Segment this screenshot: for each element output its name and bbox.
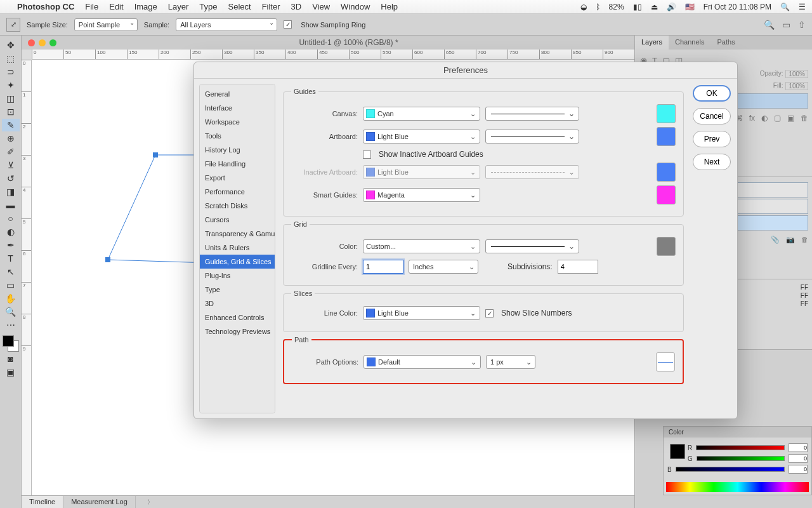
mask-icon[interactable]: ◐ xyxy=(761,114,768,123)
prefs-cat-scratch[interactable]: Scratch Disks xyxy=(200,199,275,213)
prefs-cat-tools[interactable]: Tools xyxy=(200,129,275,143)
canvas-style-select[interactable] xyxy=(485,107,579,121)
menu-filter[interactable]: Filter xyxy=(262,2,280,11)
grid-style-select[interactable] xyxy=(485,239,579,253)
minimize-icon[interactable] xyxy=(39,39,46,46)
stamp-tool[interactable]: ⊻ xyxy=(2,159,20,171)
show-ring-checkbox[interactable] xyxy=(284,20,292,29)
ruler-vertical[interactable]: 0123456789 xyxy=(22,60,32,495)
menu-file[interactable]: File xyxy=(85,2,98,11)
prefs-cat-filehandling[interactable]: File Handling xyxy=(200,157,275,171)
wifi-icon[interactable]: ◒ xyxy=(580,3,587,11)
tool-preset-icon[interactable]: ⤢ xyxy=(6,18,20,32)
prefs-cat-interface[interactable]: Interface xyxy=(200,101,275,115)
next-button[interactable]: Next xyxy=(693,154,731,170)
grid-color-select[interactable]: Custom... xyxy=(363,239,480,253)
grid-swatch[interactable] xyxy=(657,237,676,256)
app-name[interactable]: Photoshop CC xyxy=(17,2,74,11)
menu-select[interactable]: Select xyxy=(228,2,251,11)
edit-toolbar[interactable]: ⋯ xyxy=(2,319,20,331)
shape-tool[interactable]: ▭ xyxy=(2,279,20,291)
workspace-icon[interactable]: ▭ xyxy=(782,20,790,30)
prefs-cat-plugins[interactable]: Plug-Ins xyxy=(200,269,275,283)
prefs-cat-enhanced[interactable]: Enhanced Controls xyxy=(200,311,275,324)
flag-icon[interactable]: 🇺🇸 xyxy=(685,3,695,11)
gradient-tool[interactable]: ▬ xyxy=(2,199,20,211)
slice-color-select[interactable]: Light Blue xyxy=(363,306,480,320)
status-arrow-icon[interactable]: 〉 xyxy=(147,498,154,507)
lasso-tool[interactable]: ⊃ xyxy=(2,65,20,78)
fx-icon[interactable]: fx xyxy=(749,114,755,123)
smart-swatch[interactable] xyxy=(657,185,676,204)
trash-icon[interactable]: 🗑 xyxy=(801,114,808,123)
menu-edit[interactable]: Edit xyxy=(109,2,123,11)
subdivisions-input[interactable] xyxy=(558,260,598,274)
marquee-tool[interactable]: ⬚ xyxy=(2,52,20,65)
path-options-select[interactable]: Default xyxy=(363,355,481,369)
tab-channels[interactable]: Channels xyxy=(669,36,710,50)
grid-unit-select[interactable]: Inches xyxy=(409,260,478,274)
r-input[interactable] xyxy=(789,443,808,452)
hand-tool[interactable]: ✋ xyxy=(2,292,20,305)
color-swatches[interactable] xyxy=(3,335,19,352)
canvas-color-select[interactable]: Cyan xyxy=(363,107,480,121)
menu-type[interactable]: Type xyxy=(199,2,217,11)
prefs-cat-export[interactable]: Export xyxy=(200,171,275,185)
smart-color-select[interactable]: Magenta xyxy=(363,188,480,202)
heal-tool[interactable]: ⊕ xyxy=(2,132,20,145)
inactive-guides-checkbox[interactable] xyxy=(363,150,371,159)
menu-3d[interactable]: 3D xyxy=(291,2,302,11)
move-tool[interactable]: ✥ xyxy=(2,39,20,51)
menu-help[interactable]: Help xyxy=(381,2,398,11)
eraser-tool[interactable]: ◨ xyxy=(2,185,20,198)
frame-tool[interactable]: ⊡ xyxy=(2,105,20,118)
prefs-cat-units[interactable]: Units & Rulers xyxy=(200,241,275,255)
close-icon[interactable] xyxy=(28,39,35,46)
prefs-cat-history[interactable]: History Log xyxy=(200,143,275,157)
dodge-tool[interactable]: ◐ xyxy=(2,225,20,238)
tab-timeline[interactable]: Timeline xyxy=(22,496,63,508)
maximize-icon[interactable] xyxy=(49,39,56,46)
show-slice-numbers-checkbox[interactable] xyxy=(485,309,494,318)
clip-icon[interactable]: 📎 xyxy=(771,236,780,244)
cancel-button[interactable]: Cancel xyxy=(693,108,731,124)
eject-icon[interactable]: ⏏ xyxy=(651,3,658,11)
artboard-style-select[interactable] xyxy=(485,130,579,144)
pen-tool[interactable]: ✒ xyxy=(2,239,20,251)
new-layer-icon[interactable]: ▣ xyxy=(787,114,794,123)
bluetooth-icon[interactable]: ᛒ xyxy=(596,3,600,11)
color-spectrum[interactable] xyxy=(666,482,809,492)
ok-button[interactable]: OK xyxy=(693,85,731,102)
tab-layers[interactable]: Layers xyxy=(635,36,669,50)
folder-icon[interactable]: ▢ xyxy=(774,114,781,123)
tab-paths[interactable]: Paths xyxy=(711,36,742,50)
fill-value[interactable]: 100% xyxy=(785,82,808,90)
prefs-cat-cursors[interactable]: Cursors xyxy=(200,213,275,227)
type-tool[interactable]: T xyxy=(2,252,20,265)
prefs-cat-guides[interactable]: Guides, Grid & Slices xyxy=(200,255,275,269)
brush-tool[interactable]: ✐ xyxy=(2,145,20,158)
g-input[interactable] xyxy=(789,454,808,463)
prefs-cat-tech[interactable]: Technology Previews xyxy=(200,324,275,338)
menu-window[interactable]: Window xyxy=(341,2,370,11)
prefs-cat-type[interactable]: Type xyxy=(200,283,275,297)
artboard-swatch[interactable] xyxy=(657,127,676,146)
tab-measurement[interactable]: Measurement Log xyxy=(63,496,136,508)
menu-image[interactable]: Image xyxy=(134,2,157,11)
prefs-cat-performance[interactable]: Performance xyxy=(200,185,275,199)
inactive-swatch[interactable] xyxy=(657,163,676,182)
crop-tool[interactable]: ◫ xyxy=(2,92,20,105)
prefs-cat-3d[interactable]: 3D xyxy=(200,297,275,311)
opacity-value[interactable]: 100% xyxy=(785,70,808,78)
prefs-cat-transparency[interactable]: Transparency & Gamut xyxy=(200,227,275,241)
spotlight-icon[interactable]: 🔍 xyxy=(780,3,790,11)
clock[interactable]: Fri Oct 20 11:08 PM xyxy=(704,3,771,11)
sample-select[interactable]: All Layers xyxy=(176,18,277,31)
wand-tool[interactable]: ✦ xyxy=(2,79,20,91)
prefs-cat-general[interactable]: General xyxy=(200,87,275,101)
eyedropper-tool[interactable]: ✎ xyxy=(2,119,20,131)
path-width-select[interactable]: 1 px xyxy=(486,355,535,369)
screenmode-tool[interactable]: ▣ xyxy=(2,366,20,378)
sample-size-select[interactable]: Point Sample xyxy=(74,18,138,31)
prefs-cat-workspace[interactable]: Workspace xyxy=(200,115,275,129)
